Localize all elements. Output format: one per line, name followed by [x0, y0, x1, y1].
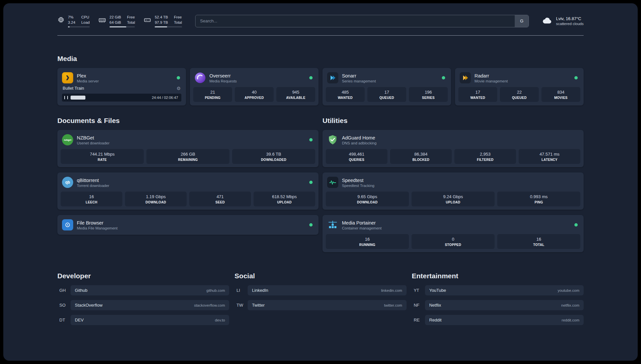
service-card-sonarr[interactable]: Sonarr Series management 485 WANTED 17 Q…: [322, 68, 451, 106]
stat-value: 22: [501, 90, 537, 95]
sonarr-icon: [327, 72, 338, 83]
middle-columns: Documents & Files nzbget NZBGet Usenet d…: [57, 117, 584, 252]
bookmark-stackoverflow[interactable]: SO StackOverflow stackoverflow.com: [57, 300, 229, 310]
service-card-radarr[interactable]: Radarr Movie management 17 WANTED 22 QUE…: [455, 68, 584, 106]
memory-total-label: Total: [127, 20, 135, 25]
service-name: qBittorrent: [77, 177, 109, 183]
status-dot: [309, 76, 313, 79]
bookmark-name: Twitter: [252, 303, 264, 308]
service-card-qbittorrent[interactable]: qb qBittorrent Torrent downloader 16 LEE…: [57, 172, 319, 210]
documents-column: Documents & Files nzbget NZBGet Usenet d…: [57, 117, 319, 235]
bookmark-github[interactable]: GH Github github.com: [57, 285, 229, 295]
service-name: Overseerr: [209, 73, 237, 79]
status-dot: [574, 76, 578, 79]
service-stats: 21 PENDING 40 APPROVED 945 AVAILABLE: [193, 87, 315, 102]
service-name: Speedtest: [342, 177, 374, 183]
pause-button[interactable]: [64, 96, 68, 99]
stat-tile: 17 WANTED: [458, 87, 497, 102]
memory-free-label: Free: [127, 15, 135, 20]
service-stats: 744.21 Mbps RATE 266 GB REMAINING 39.6 T…: [61, 149, 315, 164]
adguard-icon: [327, 134, 338, 145]
bookmark-domain: stackoverflow.com: [194, 303, 225, 307]
service-card-speedtest[interactable]: Speedtest Speedtest Tracking 9.65 Gbps D…: [322, 172, 584, 210]
bookmark-domain: dev.to: [215, 318, 225, 322]
stat-label: UPLOAD: [413, 200, 493, 204]
search-input[interactable]: [196, 15, 515, 27]
bookmark-domain: github.com: [206, 288, 225, 292]
stat-tile: 16 LEECH: [61, 192, 122, 206]
bookmark-name: Reddit: [429, 318, 442, 322]
disk-free-label: Free: [174, 15, 182, 20]
bookmark-reddit[interactable]: RE Reddit reddit.com: [412, 315, 584, 325]
stat-tile: 40 APPROVED: [235, 87, 274, 102]
now-playing-title: Bullet Train: [63, 86, 84, 91]
utilities-column: Utilities: [322, 117, 584, 252]
disk-progress-fill: [155, 26, 167, 27]
service-card-plex[interactable]: Plex Media server Bullet Train ⚙: [57, 68, 186, 106]
stat-label: LEECH: [62, 200, 121, 204]
service-card-nzbget[interactable]: nzbget NZBGet Usenet downloader 744.21 M…: [57, 130, 319, 167]
service-stats: 16 RUNNING 0 STOPPED 16 TOTAL: [326, 234, 580, 249]
stat-label: PENDING: [195, 96, 231, 100]
bookmark-youtube[interactable]: YT YouTube youtube.com: [412, 285, 584, 295]
stat-value: 47.571 ms: [520, 152, 579, 157]
stat-value: 86,384: [391, 152, 450, 157]
service-subtitle: Torrent downloader: [77, 184, 109, 188]
bookmark-abbr: DT: [57, 318, 71, 322]
service-card-portainer[interactable]: Media Portainer Container management 16 …: [322, 215, 584, 252]
stat-tile: 618.52 Mbps UPLOAD: [254, 192, 315, 206]
status-dot: [574, 223, 578, 227]
plex-icon: [62, 72, 73, 83]
stat-label: BLOCKED: [391, 158, 450, 162]
radarr-icon: [460, 72, 471, 83]
disk-total-label: Total: [174, 20, 182, 25]
search-provider-button[interactable]: G: [515, 15, 529, 27]
stat-value: 485: [327, 90, 363, 95]
stat-label: PING: [499, 200, 579, 204]
weather-location: Lviv, 16.87°C: [556, 16, 584, 21]
cpu-usage-value: 7%: [68, 15, 75, 20]
overseerr-icon: [195, 72, 206, 83]
stat-value: 16: [499, 237, 579, 242]
gear-icon[interactable]: ⚙: [176, 86, 181, 91]
service-subtitle: Movie management: [474, 79, 508, 83]
bookmark-netflix[interactable]: NF Netflix netflix.com: [412, 300, 584, 310]
bookmark-dev[interactable]: DT DEV dev.to: [57, 315, 229, 325]
filebrowser-icon: [62, 219, 73, 230]
bookmark-name: LinkedIn: [252, 288, 268, 293]
memory-progress-track: [109, 26, 135, 27]
stat-value: 17: [369, 90, 405, 95]
disk-total-value: 97.9 TB: [155, 20, 168, 25]
service-name: NZBGet: [77, 135, 109, 141]
pause-icon: [64, 96, 68, 99]
stat-value: 17: [460, 90, 496, 95]
status-dot: [442, 76, 445, 79]
stat-label: FILTERED: [456, 158, 515, 162]
stat-tile: 17 QUEUED: [367, 87, 406, 102]
section-title-entertainment: Entertainment: [412, 272, 584, 280]
stat-tile: 266 GB REMAINING: [146, 149, 229, 164]
service-name: Radarr: [474, 73, 508, 79]
memory-progress-fill: [109, 26, 126, 27]
stat-value: 498,461: [327, 152, 386, 157]
cloud-icon: [542, 16, 553, 26]
player-time: 24:44 / 02:06:47: [152, 96, 178, 100]
service-card-filebrowser[interactable]: File Browser Media File Management: [57, 215, 319, 235]
stat-value: 0.993 ms: [499, 194, 579, 199]
stat-value: 40: [236, 90, 272, 95]
service-card-overseerr[interactable]: Overseerr Media Requests 21 PENDING 40 A…: [190, 68, 319, 106]
service-card-adguard[interactable]: AdGuard Home DNS and adblocking 498,461 …: [322, 130, 584, 167]
service-stats: 17 WANTED 22 QUEUED 834 MOVIES: [458, 87, 580, 102]
stat-value: 2,953: [456, 152, 515, 157]
service-stats: 16 LEECH 1.19 Gbps DOWNLOAD 471 SEED 6: [61, 192, 315, 206]
service-subtitle: Media File Management: [77, 226, 117, 230]
stat-value: 471: [191, 194, 250, 199]
disk-free-value: 52.4 TB: [155, 15, 168, 20]
cpu-progress-track: [68, 26, 90, 27]
bookmark-twitter[interactable]: TW Twitter twitter.com: [234, 300, 406, 310]
cpu-progress-fill: [68, 26, 70, 27]
bookmark-name: Netflix: [429, 303, 441, 308]
stat-label: DOWNLOAD: [126, 200, 185, 204]
bookmark-linkedin[interactable]: LI LinkedIn linkedin.com: [234, 285, 406, 295]
bookmark-domain: twitter.com: [384, 303, 402, 307]
